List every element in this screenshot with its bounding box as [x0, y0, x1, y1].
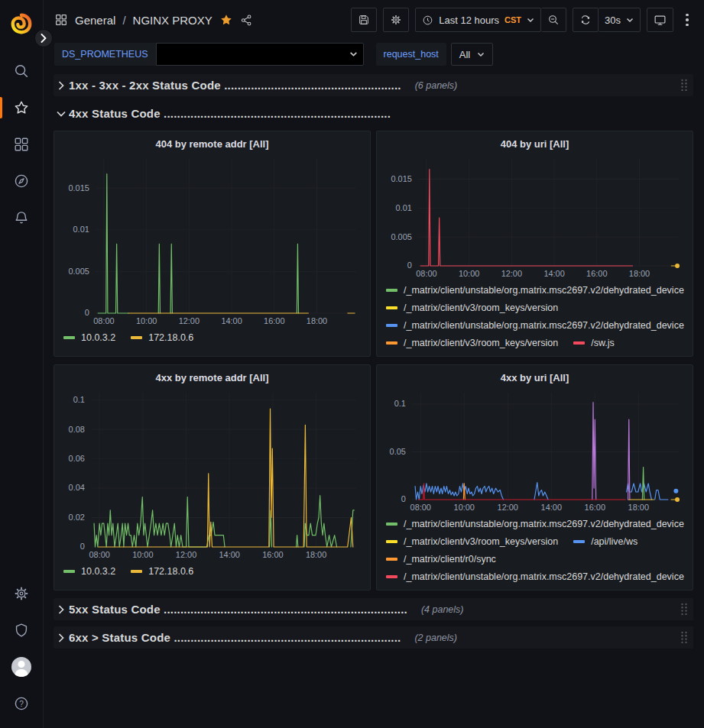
panel-title[interactable]: 4xx by uri [All] — [384, 370, 685, 386]
svg-text:14:00: 14:00 — [543, 269, 564, 278]
legend-item[interactable]: /_matrix/client/unstable/org.matrix.msc2… — [386, 285, 684, 296]
svg-text:0.015: 0.015 — [391, 174, 411, 183]
page-title[interactable]: NGINX PROXY — [133, 14, 212, 27]
datasource-variable-select[interactable] — [156, 43, 364, 66]
favorite-star-icon[interactable] — [219, 13, 233, 27]
row-title: 4xx Status Code ........................… — [69, 107, 391, 120]
breadcrumb-section[interactable]: General — [75, 14, 115, 27]
row-drag-handle[interactable] — [680, 79, 688, 92]
kebab-icon — [686, 18, 689, 21]
sidebar-bottom: ? — [0, 575, 43, 722]
svg-text:0.1: 0.1 — [73, 395, 85, 404]
legend-item[interactable]: /_matrix/client/unstable/org.matrix.msc2… — [386, 519, 684, 529]
gear-icon — [13, 585, 30, 602]
breadcrumb: General / NGINX PROXY — [54, 13, 253, 27]
legend-item[interactable]: 10.0.3.2 — [63, 566, 115, 577]
timeseries-chart[interactable]: 00.0050.010.01508:0010:0012:0014:0016:00… — [384, 152, 685, 279]
row-header-6xx[interactable]: 6xx > Status Code ......................… — [54, 626, 693, 649]
panel-title[interactable]: 4xx by remote addr [All] — [62, 370, 362, 386]
more-options-button[interactable] — [680, 8, 695, 32]
sidebar-item-dashboards[interactable] — [0, 126, 43, 163]
grip-dots-icon — [680, 631, 688, 644]
legend-label: /_matrix/client/unstable/org.matrix.msc2… — [404, 519, 684, 529]
row-header-4xx[interactable]: 4xx Status Code ........................… — [54, 102, 693, 125]
svg-text:16:00: 16:00 — [586, 269, 607, 278]
zoom-out-time-button[interactable] — [541, 8, 566, 32]
timeseries-chart[interactable]: 00.020.040.060.080.108:0010:0012:0014:00… — [62, 386, 362, 560]
panel-title[interactable]: 404 by uri [All] — [384, 137, 685, 152]
panel-grid: 4xx by remote addr [All] 00.020.040.060.… — [54, 364, 693, 590]
sidebar-item-explore[interactable] — [0, 163, 43, 199]
legend-item[interactable]: /_matrix/client/unstable/org.matrix.msc2… — [386, 571, 684, 582]
svg-text:0: 0 — [407, 260, 412, 270]
row-drag-handle[interactable] — [680, 631, 688, 644]
legend-row: /_matrix/client/unstable/org.matrix.msc2… — [386, 515, 685, 532]
legend-row: /_matrix/client/v3/room_keys/version — [386, 299, 685, 316]
sidebar-item-profile[interactable] — [0, 649, 43, 685]
panel-legend: /_matrix/client/unstable/org.matrix.msc2… — [384, 281, 685, 348]
panel-title[interactable]: 404 by remote addr [All] — [62, 137, 362, 152]
legend-row: 10.0.3.2172.18.0.6 — [63, 328, 362, 346]
svg-text:0.02: 0.02 — [69, 513, 85, 522]
request-host-variable-select[interactable]: All — [451, 43, 493, 66]
legend-label: 172.18.0.6 — [148, 332, 193, 343]
row-header-5xx[interactable]: 5xx Status Code ........................… — [54, 598, 693, 620]
sidebar-expand-button[interactable] — [34, 29, 53, 47]
time-range-picker[interactable]: Last 12 hours CST — [415, 8, 541, 32]
row-header-1xx[interactable]: 1xx - 3xx - 2xx Status Code ............… — [54, 74, 693, 96]
sidebar-item-alerting[interactable] — [0, 199, 43, 236]
legend-row: /_matrix/client/v3/room_keys/version/sw.… — [386, 334, 685, 348]
legend-item[interactable]: /_matrix/client/unstable/org.matrix.msc2… — [386, 320, 684, 331]
row-panel-count: (6 panels) — [415, 80, 458, 91]
svg-text:18:00: 18:00 — [629, 269, 650, 278]
star-icon — [13, 99, 30, 116]
zoom-out-icon — [547, 14, 560, 26]
svg-text:0.08: 0.08 — [69, 425, 85, 434]
svg-text:0.01: 0.01 — [396, 203, 412, 212]
refresh-interval-label: 30s — [605, 15, 621, 26]
svg-text:12:00: 12:00 — [179, 316, 200, 325]
chevron-down-icon — [349, 51, 358, 57]
refresh-interval-picker[interactable]: 30s — [599, 8, 641, 32]
legend-item[interactable]: /_matrix/client/v3/room_keys/version — [386, 536, 558, 547]
chevron-right-icon — [54, 81, 69, 90]
legend-item[interactable]: 172.18.0.6 — [131, 332, 193, 343]
search-icon — [13, 63, 30, 79]
dashboard-grid-icon — [54, 13, 68, 27]
sidebar: ? — [0, 0, 44, 728]
timeseries-chart[interactable]: 00.050.108:0010:0012:0014:0016:0018:00 — [384, 386, 685, 513]
svg-text:10:00: 10:00 — [136, 316, 157, 325]
legend-swatch-icon — [386, 558, 397, 561]
compass-icon — [13, 173, 30, 189]
sidebar-item-starred[interactable] — [0, 89, 43, 126]
save-dashboard-button[interactable] — [351, 8, 377, 32]
legend-item[interactable]: /sw.js — [573, 338, 615, 348]
sidebar-item-help[interactable]: ? — [0, 685, 43, 722]
legend-item[interactable]: /api/live/ws — [573, 536, 637, 547]
legend-item[interactable]: 172.18.0.6 — [131, 566, 193, 577]
sidebar-item-server-admin[interactable] — [0, 612, 43, 649]
row-drag-handle[interactable] — [680, 603, 688, 616]
panel-404-by-uri: 404 by uri [All] 00.0050.010.01508:0010:… — [376, 131, 693, 357]
timeseries-chart[interactable]: 00.0050.010.01508:0010:0012:0014:0016:00… — [62, 152, 362, 326]
legend-item[interactable]: 10.0.3.2 — [63, 332, 115, 343]
chevron-down-icon — [626, 18, 634, 23]
dashboard-settings-button[interactable] — [383, 8, 409, 32]
chevron-down-icon — [527, 18, 534, 23]
legend-item[interactable]: /_matrix/client/v3/room_keys/version — [386, 303, 558, 313]
request-host-value: All — [459, 49, 470, 60]
sidebar-item-configuration[interactable] — [0, 575, 43, 612]
tv-mode-button[interactable] — [647, 8, 673, 32]
svg-text:18:00: 18:00 — [307, 316, 327, 325]
svg-text:0.04: 0.04 — [69, 483, 85, 492]
sidebar-item-search[interactable] — [0, 53, 43, 89]
svg-text:12:00: 12:00 — [176, 550, 196, 559]
refresh-button[interactable] — [573, 8, 599, 32]
panel-legend: /_matrix/client/unstable/org.matrix.msc2… — [384, 515, 685, 582]
legend-item[interactable]: /_matrix/client/v3/room_keys/version — [386, 338, 558, 348]
legend-row: /_matrix/client/unstable/org.matrix.msc2… — [386, 568, 685, 582]
legend-item[interactable]: /_matrix/client/r0/sync — [386, 554, 496, 565]
legend-swatch-icon — [573, 341, 585, 345]
svg-text:10:00: 10:00 — [459, 269, 479, 278]
share-icon[interactable] — [240, 14, 253, 27]
